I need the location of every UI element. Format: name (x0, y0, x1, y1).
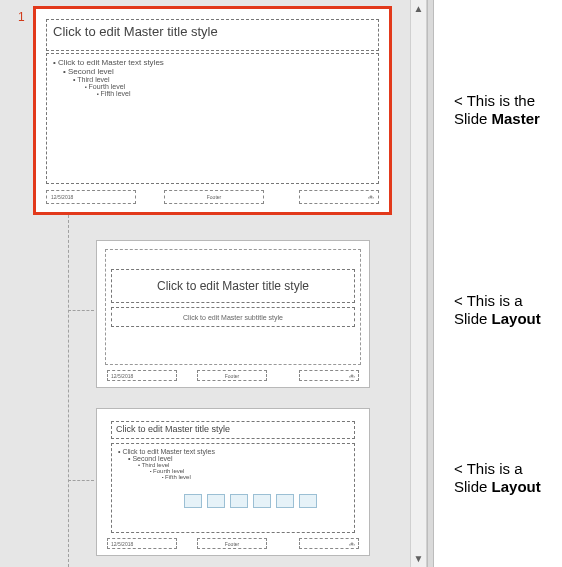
pane-splitter[interactable] (427, 0, 434, 567)
master-date-placeholder: 12/5/2018 (46, 190, 136, 204)
layout2-slidenum-placeholder: ‹#› (299, 538, 359, 549)
body-level-3: Third level (73, 76, 372, 83)
annotation-layout1-line2-bold: Layout (492, 310, 541, 327)
annotation-layout2-line2-bold: Layout (492, 478, 541, 495)
slide-layout-thumbnail-1[interactable]: Click to edit Master title style Click t… (96, 240, 370, 388)
slide-master-thumbnail[interactable]: Click to edit Master title style Click t… (35, 8, 390, 213)
hierarchy-line-h1 (68, 310, 94, 311)
video-icon (299, 494, 317, 508)
layout1-title-text: Click to edit Master title style (157, 279, 309, 293)
annotation-layout1-line1: < This is a (454, 292, 523, 309)
scroll-down-arrow-icon[interactable]: ▼ (411, 550, 426, 567)
annotation-layout1-line2-pre: Slide (454, 310, 492, 327)
layout1-slidenum-placeholder: ‹#› (299, 370, 359, 381)
smartart-icon (230, 494, 248, 508)
annotation-master-line2-bold: Master (492, 110, 540, 127)
slide-layout-thumbnail-2[interactable]: Click to edit Master title style Click t… (96, 408, 370, 556)
body-level-5: Fifth level (97, 90, 372, 97)
annotation-master-line2-pre: Slide (454, 110, 492, 127)
picture-icon (253, 494, 271, 508)
scroll-up-arrow-icon[interactable]: ▲ (411, 0, 426, 17)
layout1-subtitle-text: Click to edit Master subtitle style (183, 314, 283, 321)
annotation-layout1: < This is a Slide Layout (454, 292, 562, 328)
layout1-subtitle-placeholder: Click to edit Master subtitle style (111, 307, 355, 327)
hierarchy-line-h2 (68, 480, 94, 481)
annotation-master: < This is the Slide Master (454, 92, 562, 128)
annotation-master-line1: < This is the (454, 92, 535, 109)
layout1-date-placeholder: 12/5/2018 (107, 370, 177, 381)
body-level-1: Click to edit Master text styles (118, 448, 348, 455)
slide-master-thumbnail-pane[interactable]: 1 Click to edit Master title style Click… (0, 0, 410, 567)
master-body-placeholder: Click to edit Master text styles Second … (46, 53, 379, 184)
layout1-footer-placeholder: Footer (197, 370, 267, 381)
layout2-date-placeholder: 12/5/2018 (107, 538, 177, 549)
chart-icon (207, 494, 225, 508)
annotation-layout2-line1: < This is a (454, 460, 523, 477)
slide-master-number: 1 (18, 10, 25, 24)
body-level-4: Fourth level (85, 83, 372, 90)
layout2-body-placeholder: Click to edit Master text styles Second … (111, 443, 355, 533)
master-slidenum-placeholder: ‹#› (299, 190, 379, 204)
master-title-text: Click to edit Master title style (53, 24, 218, 39)
edit-area-edge (434, 0, 454, 567)
body-level-5: Fifth level (162, 474, 348, 480)
layout1-title-placeholder: Click to edit Master title style (111, 269, 355, 303)
layout2-title-placeholder: Click to edit Master title style (111, 421, 355, 439)
hierarchy-line-vertical (68, 215, 69, 567)
master-footer-placeholder: Footer (164, 190, 264, 204)
master-title-placeholder: Click to edit Master title style (46, 19, 379, 51)
thumbnail-pane-scrollbar[interactable]: ▲ ▼ (410, 0, 427, 567)
annotation-layout2: < This is a Slide Layout (454, 460, 562, 496)
body-level-1: Click to edit Master text styles (53, 58, 372, 67)
layout2-title-text: Click to edit Master title style (116, 424, 230, 434)
body-level-2: Second level (63, 67, 372, 76)
content-placeholder-icons (184, 494, 317, 508)
table-icon (184, 494, 202, 508)
body-level-2: Second level (128, 455, 348, 462)
online-pic-icon (276, 494, 294, 508)
annotation-overlay: < This is the Slide Master < This is a S… (454, 0, 562, 567)
annotation-layout2-line2-pre: Slide (454, 478, 492, 495)
layout2-footer-placeholder: Footer (197, 538, 267, 549)
